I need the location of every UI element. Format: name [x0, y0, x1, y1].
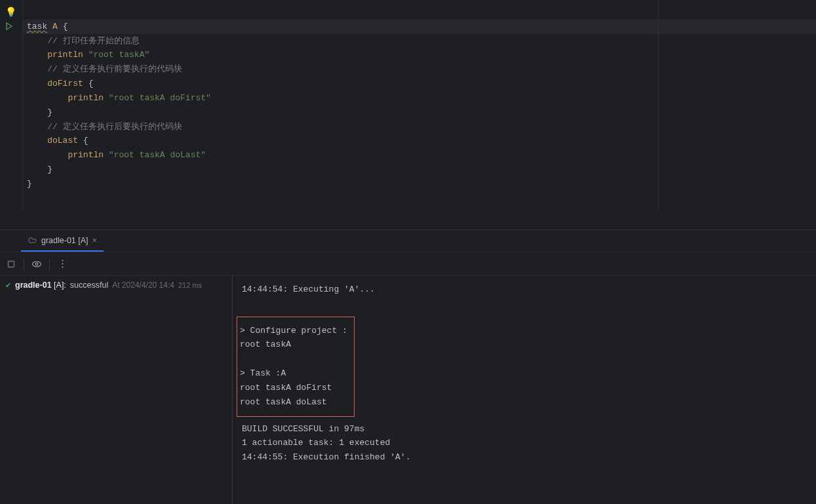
editor-gutter: 💡 [0, 0, 23, 210]
code-line: // 打印任务开始的信息 [27, 34, 812, 48]
view-button[interactable] [29, 257, 44, 271]
panel-gap [0, 210, 816, 229]
task-duration: 212 ms [178, 281, 202, 289]
code-line: // 定义任务执行前要执行的代码块 [27, 62, 812, 77]
svg-rect-0 [9, 261, 14, 267]
task-status: successful [70, 281, 108, 290]
task-timestamp: At 2024/4/20 14:4 [112, 281, 174, 290]
task-name: gradle-01 [A]: [15, 281, 66, 290]
code-line: // 定义任务执行后要执行的代码块 [27, 120, 812, 134]
success-check-icon: ✔ [5, 281, 11, 290]
toolbar-separator [49, 258, 50, 270]
task-tree-pane[interactable]: ✔ gradle-01 [A]: successful At 2024/4/20… [0, 276, 233, 504]
code-editor[interactable]: task A { // 打印任务开始的信息 println "root task… [23, 0, 816, 210]
run-tab-bar: gradle-01 [A] × [0, 230, 816, 252]
code-line: println "root taskA doLast" [27, 148, 812, 163]
close-icon[interactable]: × [92, 235, 98, 245]
run-toolbar [0, 252, 816, 276]
svg-point-1 [33, 262, 41, 267]
code-line: } [27, 177, 812, 191]
svg-point-4 [62, 263, 63, 264]
svg-point-5 [62, 266, 63, 267]
run-tab-gradle[interactable]: gradle-01 [A] × [21, 230, 104, 252]
code-line: doLast { [27, 134, 812, 148]
code-line: } [27, 163, 812, 177]
gradle-icon [28, 236, 37, 244]
code-line: task A { [23, 20, 816, 34]
svg-point-3 [62, 260, 63, 261]
right-margin-line [658, 0, 659, 210]
svg-point-2 [35, 263, 38, 265]
console-output[interactable]: 14:44:54: Executing 'A'... > Configure p… [233, 276, 816, 504]
stop-button[interactable] [4, 257, 18, 271]
run-panel: gradle-01 [A] × ✔ gradle-01 [A]: success… [0, 229, 816, 504]
code-line: } [27, 106, 812, 120]
console-pre: 14:44:54: Executing 'A'... [242, 284, 375, 294]
code-line: println "root taskA doFirst" [27, 91, 812, 106]
task-tree-item[interactable]: ✔ gradle-01 [A]: successful At 2024/4/20… [0, 280, 232, 290]
code-line: doFirst { [27, 77, 812, 91]
console-post: BUILD SUCCESSFUL in 97ms 1 actionable ta… [242, 424, 410, 463]
code-line: println "root taskA" [27, 48, 812, 62]
code-line [27, 5, 812, 20]
lightbulb-icon[interactable]: 💡 [5, 7, 16, 18]
toolbar-separator [24, 258, 24, 270]
run-tab-label: gradle-01 [A] [41, 236, 88, 245]
editor-area: 💡 task A { // 打印任务开始的信息 println "root ta… [0, 0, 816, 210]
more-button[interactable] [55, 257, 69, 271]
run-gutter-icon[interactable] [5, 22, 13, 30]
run-panel-body: ✔ gradle-01 [A]: successful At 2024/4/20… [0, 276, 816, 504]
console-highlight-box: > Configure project : root taskA > Task … [237, 317, 355, 417]
